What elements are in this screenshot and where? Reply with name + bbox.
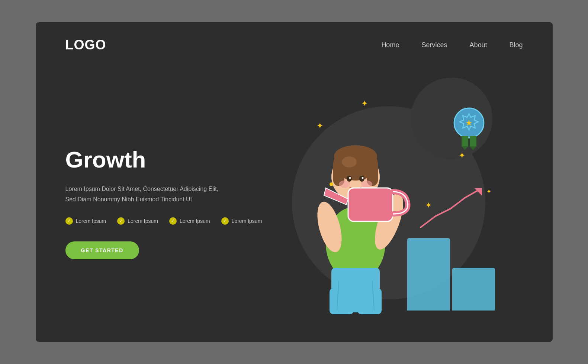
checklist-item-2: ✓ Lorem Ipsum [117,217,158,225]
nav-home[interactable]: Home [381,41,399,49]
hero-heading: Growth [65,146,274,173]
hero-description: Lorem Ipsum Dolor Sit Amet, Consectetuer… [65,184,229,204]
page-wrapper: LOGO Home Services About Blog Growth Lor… [36,22,553,342]
check-icon-1: ✓ [65,217,73,225]
check-icon-4: ✓ [221,217,229,225]
svg-rect-3 [462,136,468,147]
svg-point-21 [330,182,333,186]
svg-point-19 [349,177,351,179]
illustration-container: ✦ ✦ ✦ ✦ ✦ ✦ ★ [294,77,502,329]
checklist-item-3: ✓ Lorem Ipsum [169,217,210,225]
svg-point-18 [359,176,364,182]
checklist-label-1: Lorem Ipsum [76,218,106,224]
svg-text:★: ★ [465,118,473,127]
sparkle-6: ✦ [486,188,491,195]
right-section: ✦ ✦ ✦ ✦ ✦ ✦ ★ [274,64,523,342]
svg-point-15 [339,181,350,188]
check-icon-3: ✓ [169,217,177,225]
bar-short [452,268,495,311]
checklist: ✓ Lorem Ipsum ✓ Lorem Ipsum ✓ Lorem Ipsu… [65,217,274,225]
checklist-label-3: Lorem Ipsum [180,218,210,224]
svg-rect-4 [470,136,476,147]
arrow-svg [417,186,484,235]
header: LOGO Home Services About Blog [36,22,553,64]
checklist-item-1: ✓ Lorem Ipsum [65,217,106,225]
svg-point-16 [361,181,372,188]
nav-blog[interactable]: Blog [509,41,523,49]
logo: LOGO [65,37,106,53]
nav-about[interactable]: About [469,41,487,49]
svg-rect-25 [348,188,393,221]
nav-services[interactable]: Services [421,41,447,49]
svg-rect-27 [330,288,354,314]
award-badge: ★ [450,106,488,152]
navigation: Home Services About Blog [381,41,523,49]
main-content: Growth Lorem Ipsum Dolor Sit Amet, Conse… [36,64,553,342]
trend-arrow [417,186,484,236]
checklist-item-4: ✓ Lorem Ipsum [221,217,262,225]
svg-point-17 [347,176,352,182]
get-started-button[interactable]: GET STARTED [65,241,139,259]
svg-marker-5 [462,146,468,150]
left-section: Growth Lorem Ipsum Dolor Sit Amet, Conse… [65,146,274,259]
character-illustration [294,103,421,318]
svg-point-14 [342,156,357,168]
checklist-label-4: Lorem Ipsum [232,218,262,224]
svg-point-20 [362,177,363,179]
checklist-label-2: Lorem Ipsum [128,218,158,224]
check-icon-2: ✓ [117,217,125,225]
badge-svg: ★ [450,106,488,151]
svg-marker-6 [470,146,476,150]
svg-rect-28 [357,288,382,314]
